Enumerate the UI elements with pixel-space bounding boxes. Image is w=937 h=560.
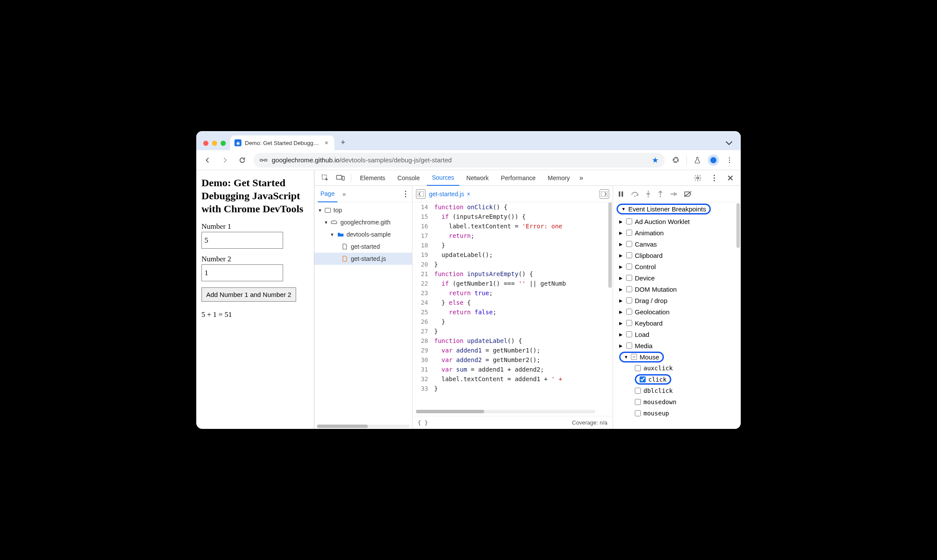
svg-rect-18 [622, 191, 624, 197]
pretty-print-button[interactable]: { } [418, 419, 428, 426]
svg-point-11 [714, 180, 715, 181]
devtools-tab-network[interactable]: Network [461, 170, 494, 186]
step-out-button[interactable] [657, 190, 663, 198]
svg-point-10 [714, 177, 715, 178]
step-button[interactable] [670, 191, 677, 197]
svg-rect-6 [337, 175, 342, 179]
toggle-debugger-button[interactable] [600, 189, 609, 199]
tree-top[interactable]: ▼ top [314, 204, 412, 216]
pause-button[interactable] [617, 191, 624, 198]
site-info-icon[interactable] [260, 156, 267, 164]
tree-file-js[interactable]: get-started.js [314, 253, 412, 265]
bookmark-star-icon[interactable]: ★ [652, 155, 659, 165]
editor-file-tab[interactable]: get-started.js × [429, 191, 470, 198]
close-window-button[interactable] [203, 141, 208, 146]
svg-point-9 [714, 175, 715, 176]
category-device[interactable]: ▶Device [613, 272, 741, 283]
devtools-tab-elements[interactable]: Elements [355, 170, 390, 186]
deactivate-breakpoints-button[interactable] [683, 191, 692, 198]
svg-point-21 [660, 196, 661, 197]
svg-point-8 [697, 177, 699, 179]
close-devtools-button[interactable] [724, 173, 736, 183]
js-file-icon [341, 255, 348, 262]
category-animation[interactable]: ▶Animation [613, 227, 741, 238]
reload-button[interactable] [236, 154, 248, 166]
event-mouseup[interactable]: mouseup [613, 408, 741, 419]
category-drag-drop[interactable]: ▶Drag / drop [613, 295, 741, 306]
device-toolbar-button[interactable] [333, 173, 347, 183]
navigator-scrollbar[interactable] [314, 425, 412, 429]
code-area[interactable]: 1415161718192021222324252627282930313233… [412, 202, 613, 416]
category-canvas[interactable]: ▶Canvas [613, 238, 741, 250]
maximize-window-button[interactable] [221, 141, 226, 146]
category-media[interactable]: ▶Media [613, 340, 741, 351]
navigator-menu-button[interactable] [403, 190, 409, 198]
devtools-tab-console[interactable]: Console [392, 170, 425, 186]
tree-folder[interactable]: ▼ devtools-sample [314, 228, 412, 240]
devtools-tab-performance[interactable]: Performance [495, 170, 541, 186]
cloud-icon [331, 219, 338, 226]
toolbar-right [670, 154, 736, 166]
add-button[interactable]: Add Number 1 and Number 2 [201, 287, 296, 302]
tab-strip: ◉ Demo: Get Started Debugging × + [196, 131, 741, 150]
event-listener-breakpoints-header[interactable]: ▼Event Listener Breakpoints [613, 202, 741, 216]
profile-button[interactable] [708, 155, 719, 166]
event-click[interactable]: click [613, 374, 741, 385]
close-tab-button[interactable]: × [323, 139, 330, 146]
editor-vscrollbar[interactable] [608, 202, 612, 288]
category-load[interactable]: ▶Load [613, 329, 741, 340]
extensions-button[interactable] [670, 154, 682, 166]
navigator-header: Page » [314, 186, 412, 202]
number2-input[interactable] [201, 264, 283, 281]
tab-title: Demo: Get Started Debugging [245, 140, 320, 146]
debugger-scrollbar[interactable] [736, 203, 740, 427]
settings-button[interactable] [691, 172, 704, 184]
navigator-more-button[interactable]: » [341, 191, 348, 198]
back-button[interactable] [201, 154, 214, 166]
category-geolocation[interactable]: ▶Geolocation [613, 306, 741, 317]
close-file-button[interactable]: × [467, 191, 470, 198]
address-bar[interactable]: googlechrome.github.io/devtools-samples/… [254, 153, 665, 168]
tab-search-button[interactable] [722, 138, 736, 148]
devtools-menu-button[interactable] [709, 172, 720, 184]
editor-hscrollbar[interactable] [416, 410, 595, 413]
folder-icon [337, 231, 344, 238]
svg-rect-1 [264, 159, 267, 161]
sources-panel: Page » ▼ top ▼ googlechrome.gith [314, 186, 741, 429]
avatar-icon [710, 157, 716, 163]
browser-tab[interactable]: ◉ Demo: Get Started Debugging × [230, 135, 334, 150]
forward-button[interactable] [219, 154, 231, 166]
category-dom-mutation[interactable]: ▶DOM Mutation [613, 283, 741, 295]
step-over-button[interactable] [630, 191, 639, 198]
new-tab-button[interactable]: + [337, 136, 349, 148]
favicon-icon: ◉ [234, 139, 241, 146]
navigator-page-tab[interactable]: Page [318, 186, 337, 202]
labs-button[interactable] [691, 154, 703, 166]
result-text: 5 + 1 = 51 [201, 310, 309, 319]
mouse-checkbox-mixed[interactable]: − [631, 354, 637, 360]
devtools-tab-sources[interactable]: Sources [427, 170, 459, 186]
toggle-navigator-button[interactable] [416, 189, 426, 199]
category-control[interactable]: ▶Control [613, 261, 741, 272]
category-clipboard[interactable]: ▶Clipboard [613, 250, 741, 261]
minimize-window-button[interactable] [212, 141, 217, 146]
category-mouse[interactable]: ▼ − Mouse [613, 351, 741, 362]
event-auxclick[interactable]: auxclick [613, 362, 741, 374]
more-tabs-button[interactable]: » [577, 172, 586, 184]
event-dblclick[interactable]: dblclick [613, 385, 741, 396]
tree-file-html[interactable]: get-started [314, 240, 412, 253]
number1-input[interactable] [201, 232, 283, 249]
demo-page: Demo: Get Started Debugging JavaScript w… [196, 170, 314, 429]
step-into-button[interactable] [645, 190, 651, 198]
category-keyboard[interactable]: ▶Keyboard [613, 317, 741, 329]
inspect-element-button[interactable] [319, 172, 332, 184]
devtools-tab-memory[interactable]: Memory [543, 170, 575, 186]
event-mousedown[interactable]: mousedown [613, 396, 741, 408]
devtools-right-controls [691, 172, 736, 184]
tree-domain[interactable]: ▼ googlechrome.gith [314, 216, 412, 228]
svg-rect-17 [619, 191, 620, 197]
menu-button[interactable] [723, 154, 736, 166]
svg-point-12 [405, 191, 406, 192]
category-ad-auction-worklet[interactable]: ▶Ad Auction Worklet [613, 216, 741, 227]
content-area: Demo: Get Started Debugging JavaScript w… [196, 170, 741, 429]
